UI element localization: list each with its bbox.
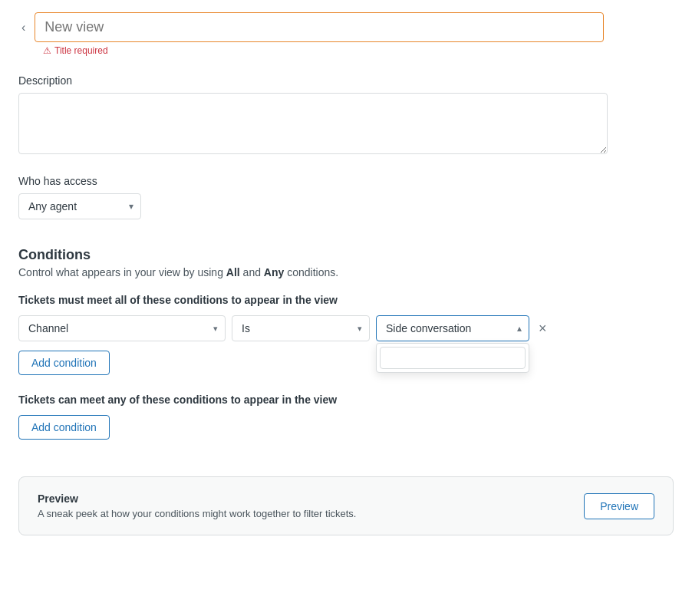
preview-section: Preview A sneak peek at how your conditi… — [18, 476, 674, 535]
conditions-desc: Control what appears in your view by usi… — [18, 266, 674, 278]
preview-button-label: Preview — [600, 500, 638, 512]
access-section: Who has access Any agent Specific agents… — [18, 175, 674, 219]
operator-select[interactable]: Is Is not Contains Does not contain — [232, 315, 370, 341]
value-input[interactable] — [376, 315, 529, 341]
title-required-msg: ⚠ Title required — [43, 45, 674, 56]
title-required-text: Title required — [54, 45, 108, 56]
conditions-section: Conditions Control what appears in your … — [18, 247, 674, 440]
description-label: Description — [18, 74, 674, 87]
access-select[interactable]: Any agent Specific agents Teams — [18, 193, 141, 219]
title-input[interactable] — [35, 12, 604, 42]
field-select-wrapper: Channel Status Assignee Group Priority T… — [18, 315, 226, 341]
all-conditions-title: Tickets must meet all of these condition… — [18, 294, 674, 306]
description-section: Description — [18, 74, 674, 156]
field-select[interactable]: Channel Status Assignee Group Priority T… — [18, 315, 226, 341]
any-conditions-title: Tickets can meet any of these conditions… — [18, 394, 674, 406]
operator-select-wrapper: Is Is not Contains Does not contain ▾ — [232, 315, 370, 341]
preview-button[interactable]: Preview — [584, 493, 654, 519]
any-conditions-group: Tickets can meet any of these conditions… — [18, 394, 674, 440]
back-button[interactable]: ‹ — [18, 18, 28, 38]
value-input-wrapper: ▴ — [376, 315, 529, 341]
header-row: ‹ — [18, 12, 674, 42]
all-conditions-group: Tickets must meet all of these condition… — [18, 294, 674, 375]
description-textarea[interactable] — [18, 93, 608, 154]
add-all-condition-button[interactable]: Add condition — [18, 351, 110, 375]
preview-text-block: Preview A sneak peek at how your conditi… — [38, 492, 357, 519]
access-select-wrapper: Any agent Specific agents Teams ▾ — [18, 193, 141, 219]
value-dropdown-popup — [376, 343, 529, 373]
conditions-title: Conditions — [18, 247, 674, 263]
access-label: Who has access — [18, 175, 674, 187]
preview-title: Preview — [38, 492, 357, 505]
preview-desc: A sneak peek at how your conditions migh… — [38, 508, 357, 519]
close-icon: × — [539, 321, 547, 337]
add-all-condition-label: Add condition — [31, 357, 97, 369]
condition-row-1: Channel Status Assignee Group Priority T… — [18, 315, 674, 341]
add-any-condition-label: Add condition — [31, 421, 97, 433]
remove-condition-button[interactable]: × — [535, 318, 550, 340]
warning-icon: ⚠ — [43, 45, 51, 56]
back-icon: ‹ — [21, 21, 25, 35]
add-any-condition-button[interactable]: Add condition — [18, 415, 110, 440]
value-dropdown-search[interactable] — [380, 347, 526, 369]
